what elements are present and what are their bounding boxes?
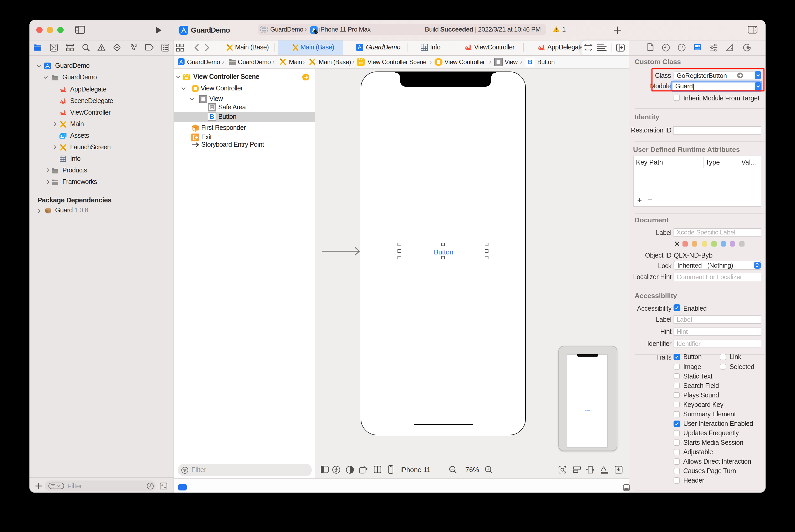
svg-text:?: ? [680, 45, 683, 50]
svg-text:1: 1 [195, 128, 197, 131]
